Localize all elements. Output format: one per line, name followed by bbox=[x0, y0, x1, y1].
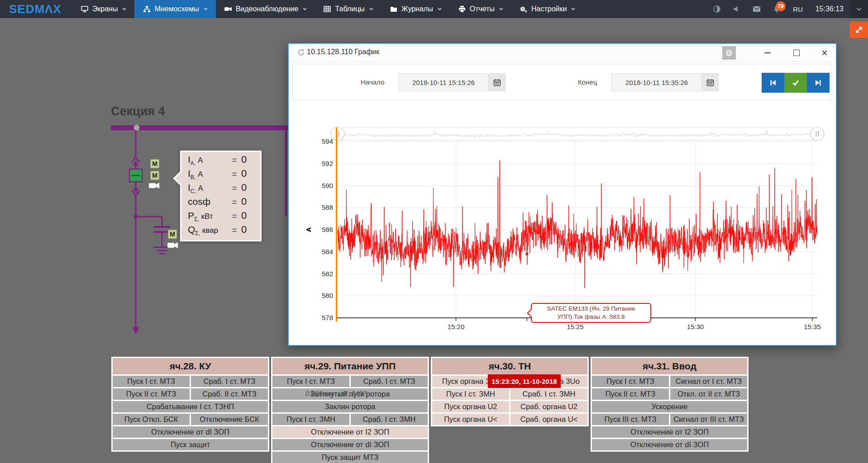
value-row: IA, А=0 bbox=[188, 154, 260, 168]
arrow-up-head bbox=[133, 161, 138, 165]
calendar-icon bbox=[493, 79, 501, 86]
nav-item-label: Видеонаблюдение bbox=[236, 5, 299, 13]
end-calendar-button[interactable] bbox=[701, 73, 719, 91]
nav-item-mnemoschemes[interactable]: Мнемосхемы bbox=[134, 0, 215, 18]
signal-cell: Отключение от dI ЗОП bbox=[272, 439, 428, 450]
feeder-bottom-arrow bbox=[132, 327, 139, 334]
close-button[interactable]: × bbox=[816, 44, 834, 62]
value: 0 bbox=[241, 224, 261, 236]
motor-badge[interactable]: М bbox=[150, 171, 159, 180]
range-handle[interactable] bbox=[331, 127, 344, 141]
signal-cell: Пуск I ст. МТЗ bbox=[272, 376, 349, 387]
y-tick-label: 586 bbox=[322, 226, 333, 233]
nav-item-tables[interactable]: Таблицы bbox=[315, 0, 381, 18]
signal-table: яч.31. ВводПуск I ст. МТЗСигнал от I ст.… bbox=[591, 357, 749, 452]
contrast-button[interactable] bbox=[707, 0, 727, 18]
value: 0 bbox=[241, 168, 261, 180]
range-handle[interactable] bbox=[811, 127, 824, 141]
signal-table: яч.29. Питание УПППуск I ст. МТЗСраб. I … bbox=[271, 357, 429, 463]
signal-cell: Заклин ротора bbox=[272, 401, 428, 412]
camera-icon[interactable] bbox=[167, 242, 178, 248]
camera-icon[interactable] bbox=[149, 183, 159, 189]
contrast-icon bbox=[713, 5, 721, 13]
mnemoschemes-icon bbox=[143, 5, 151, 13]
y-tick-label: 590 bbox=[322, 182, 333, 189]
value: 0 bbox=[241, 154, 261, 165]
chart-tooltip-line1: SATEC EM133 (Яч. 29 Питание bbox=[547, 305, 635, 313]
expand-arrows-icon bbox=[854, 25, 863, 34]
signal-table-title: яч.28. КУ bbox=[113, 358, 268, 374]
table-row: Пуск защит bbox=[113, 439, 268, 450]
nav-item-journals[interactable]: Журналы bbox=[382, 0, 450, 18]
table-row: Пуск III ст. МТЗСигнал от III ст. МТЗ bbox=[592, 414, 747, 425]
signal-cell: Пуск I ст. МТЗ bbox=[113, 376, 190, 387]
value: 0 bbox=[241, 196, 261, 208]
refresh-button[interactable] bbox=[294, 48, 304, 58]
signal-cell: Пуск II ст. МТЗ bbox=[592, 388, 669, 400]
nav-item-video[interactable]: Видеонаблюдение bbox=[216, 0, 315, 18]
window-header[interactable]: 10.15.128.110 График × bbox=[289, 44, 836, 62]
svg-text:М: М bbox=[152, 160, 157, 167]
messages-button[interactable] bbox=[747, 0, 767, 18]
signal-cell: Сигнал от I ст. МТЗ bbox=[670, 376, 747, 387]
y-tick-label: 578 bbox=[322, 314, 333, 321]
end-datetime-input[interactable] bbox=[611, 73, 701, 91]
table-row: Пуск защит МТЗ bbox=[272, 452, 428, 463]
svg-text:М: М bbox=[170, 231, 175, 238]
globe-icon bbox=[725, 48, 733, 58]
start-datetime-input[interactable] bbox=[398, 73, 488, 91]
signal-cell: Пуск I ст. ЗМН bbox=[272, 414, 349, 425]
scheme-values-tooltip: IA, А=0IB, А=0IC, А=0cosф=0PΣ, кВт=0QΣ, … bbox=[180, 151, 262, 241]
check-icon bbox=[792, 79, 800, 87]
table-row: Отключение от dI ЗОП bbox=[272, 439, 428, 450]
ground-symbol bbox=[154, 247, 170, 254]
signal-cell: Пуск органа U< bbox=[432, 414, 509, 425]
signal-table-title: яч.31. Ввод bbox=[592, 358, 747, 374]
chart-area[interactable]: 57858058258458658859059259415:2015:2515:… bbox=[289, 102, 836, 345]
nav-collapse-button[interactable] bbox=[850, 0, 868, 18]
globe-button[interactable] bbox=[722, 46, 736, 60]
nav-item-settings[interactable]: Настройки bbox=[511, 0, 583, 18]
motor-badge[interactable]: М bbox=[150, 159, 159, 168]
notifications-button[interactable]: 79 bbox=[767, 0, 787, 18]
table-row: Отключение от dI ЗОП bbox=[592, 439, 747, 450]
value-row: IB, А=0 bbox=[188, 168, 260, 182]
start-calendar-button[interactable] bbox=[488, 73, 506, 91]
gears-icon bbox=[520, 5, 528, 13]
y-tick-label: 594 bbox=[322, 137, 333, 145]
next-period-button[interactable] bbox=[807, 73, 830, 93]
x-tick-label: 15:20 bbox=[448, 323, 465, 331]
nav-item-screens[interactable]: Экраны bbox=[72, 0, 135, 18]
chart-footer-note: 0.058 сек, cnt: 2407 bbox=[305, 389, 367, 397]
signal-cell: Срабатывание I ст. ТЗНП bbox=[113, 401, 268, 412]
value: 0 bbox=[241, 210, 261, 222]
signal-table: яч.30. ТНПуск органа 3UoСраб. органа 3Uo… bbox=[431, 357, 589, 426]
nav-spacer bbox=[583, 0, 707, 18]
previous-period-button[interactable] bbox=[762, 73, 784, 93]
selected-time-label: 15:23:20, 11-10-2018 bbox=[488, 374, 561, 388]
nav-item-label: Экраны bbox=[92, 5, 118, 13]
nav-item-reports[interactable]: Отчеты bbox=[450, 0, 511, 18]
signal-cell: Сраб. I ст. МТЗ bbox=[351, 376, 428, 387]
language-switcher[interactable]: RU bbox=[787, 0, 809, 18]
maximize-button[interactable] bbox=[787, 44, 806, 62]
maximize-icon bbox=[793, 50, 800, 56]
signal-cell: Отключение БСК bbox=[191, 414, 268, 425]
signal-cell: Сраб. I ст. МТЗ bbox=[191, 376, 268, 387]
chevron-down-icon bbox=[571, 8, 575, 10]
apply-button[interactable] bbox=[784, 73, 807, 93]
signal-cell: Пуск Откл. БСК bbox=[113, 414, 190, 425]
speaker-icon bbox=[733, 5, 741, 13]
folder-icon bbox=[390, 5, 398, 13]
svg-text:М: М bbox=[152, 172, 157, 179]
signal-cell: Отключение от dI ЗОП bbox=[113, 426, 268, 438]
table-row: Ускорение bbox=[592, 401, 747, 412]
sound-button[interactable] bbox=[727, 0, 747, 18]
step-forward-icon bbox=[814, 79, 822, 87]
motor-badge[interactable]: М bbox=[168, 230, 177, 239]
fullscreen-button[interactable] bbox=[850, 22, 868, 38]
table-row: Пуск Откл. БСКОтключение БСК bbox=[113, 414, 268, 425]
signal-cell: Пуск III ст. МТЗ bbox=[592, 414, 669, 425]
minimize-button[interactable] bbox=[758, 44, 777, 62]
end-datetime-field bbox=[611, 73, 719, 91]
